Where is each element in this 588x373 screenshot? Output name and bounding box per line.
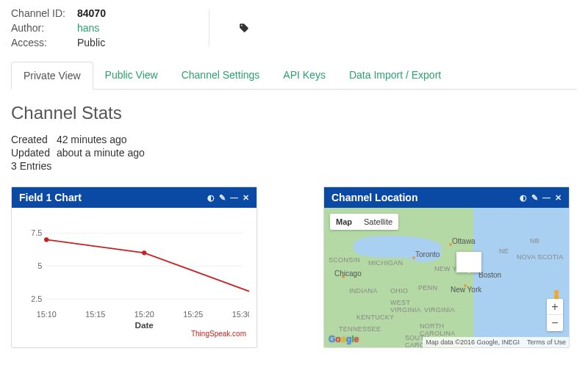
map-label: KENTUCKY [356,314,394,321]
stats-updated-label: Updated [11,147,54,159]
channel-meta: Channel ID: 84070 Author: hans Access: P… [11,7,577,48]
map-label: VIRGINIA [424,306,455,314]
panel-close-icon[interactable]: ✕ [555,193,562,203]
map-label: TENNESSEE [339,325,381,333]
stats-entries: 3 Entries [11,160,51,172]
tab-api-keys[interactable]: API Keys [271,62,337,89]
zoom-out-button[interactable]: − [547,315,563,331]
panel-edit-icon[interactable]: ✎ [219,193,226,203]
tab-data-import-export[interactable]: Data Import / Export [337,62,453,89]
map-city: Boston [478,271,501,279]
map-city: Chicago [334,269,362,278]
panel-help-icon[interactable]: ◐ [207,193,215,203]
map-footer: Map data ©2016 Google, INEGI Terms of Us… [423,337,569,347]
map-label: NOVA SCOTIA [517,253,564,261]
map-label: INDIANA [349,287,378,294]
tabs: Private View Public View Channel Setting… [11,62,577,90]
svg-text:15:30: 15:30 [232,310,249,319]
zoom-in-button[interactable]: + [547,299,563,315]
map-city: Toronto [415,250,440,258]
meta-channel-id-label: Channel ID: [11,7,77,19]
svg-text:15:15: 15:15 [85,310,105,319]
field-chart-title: Field 1 Chart [19,192,82,203]
stats-created: 42 minutes ago [57,134,127,145]
map-type-satellite[interactable]: Satellite [358,214,398,230]
meta-author-link[interactable]: hans [77,22,106,34]
svg-text:2.5: 2.5 [31,294,42,303]
field-chart-panel: Field 1 Chart ◐ ✎ — ✕ 2.557.515:1015:151… [11,186,257,348]
map-city: New York [451,286,481,294]
tab-channel-settings[interactable]: Channel Settings [170,62,272,89]
map-label: OHIO [390,287,408,294]
map-attribution: Map data ©2016 Google, INEGI [426,338,520,346]
svg-text:Date: Date [135,320,154,330]
tab-private-view[interactable]: Private View [11,62,93,90]
svg-point-7 [142,250,146,255]
map-label: MICHIGAN [368,259,403,267]
tab-public-view[interactable]: Public View [93,62,170,89]
svg-text:5: 5 [37,261,42,270]
map-label: NB [530,237,539,245]
chart-attribution: ThingSpeak.com [191,330,246,338]
location-panel: Channel Location ◐ ✎ — ✕ SCONSIN MICHIGA… [323,186,570,348]
svg-point-15 [554,290,559,294]
map-label: NE [499,247,509,255]
svg-text:15:25: 15:25 [183,310,203,319]
google-logo: Google [329,334,359,344]
location-panel-title: Channel Location [331,192,417,203]
channel-stats: Created 42 minutes ago Updated about a m… [11,134,577,172]
svg-text:15:20: 15:20 [135,310,154,319]
map-infowindow[interactable] [456,252,481,272]
map-terms-link[interactable]: Terms of Use [527,338,566,346]
meta-channel-id: 84070 [77,7,106,19]
panel-edit-icon[interactable]: ✎ [531,193,538,203]
map-label: PENN [418,284,437,291]
stats-created-label: Created [11,134,54,145]
map-zoom-control: + − [547,299,563,331]
svg-text:7.5: 7.5 [31,228,42,237]
stats-updated: about a minute ago [57,147,145,159]
svg-point-6 [44,237,49,242]
meta-author-label: Author: [11,22,77,34]
panel-help-icon[interactable]: ◐ [520,193,527,203]
panel-minimize-icon[interactable]: — [230,193,238,203]
panel-close-icon[interactable]: ✕ [243,193,249,203]
svg-text:15:10: 15:10 [37,310,57,319]
tag-icon [239,23,249,33]
field-chart: 2.557.515:1015:1515:2015:2515:30Date [19,215,249,333]
map[interactable]: SCONSIN MICHIGAN OHIO INDIANA PENN NEW Y… [324,208,569,347]
meta-access-label: Access: [11,37,77,48]
section-title: Channel Stats [11,103,577,123]
vertical-separator [209,10,209,46]
map-label: SCONSIN [329,256,360,264]
map-type-map[interactable]: Map [330,214,358,230]
map-label: WEST VIRGINIA [390,299,421,314]
panel-minimize-icon[interactable]: — [542,193,551,203]
map-city: Ottawa [452,237,476,245]
map-type-control: Map Satellite [330,214,398,230]
meta-access: Public [77,37,106,48]
